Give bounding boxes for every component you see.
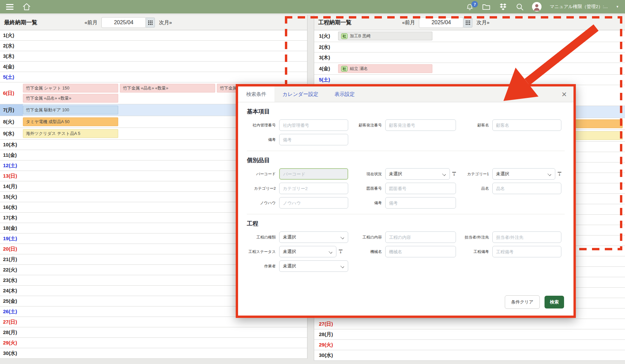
- process-note-input[interactable]: [492, 246, 561, 257]
- month-input[interactable]: 2025/04: [419, 17, 463, 28]
- dropbox-icon[interactable]: [499, 2, 507, 11]
- event-chip[interactable]: 竹下金属 «品名» «数量»: [23, 94, 118, 103]
- event-chip[interactable]: タミヤ電機 成型品A 50: [23, 117, 118, 126]
- field-label: 社内管理番号: [247, 123, 276, 128]
- event-chip[interactable]: 海外ツクリダス テスト品A 5: [23, 129, 118, 138]
- process-status-select[interactable]: 未選択: [279, 246, 336, 257]
- calendar-day-row[interactable]: 2(水): [314, 42, 625, 52]
- event-chip[interactable]: 社加工B 黒崎: [338, 32, 432, 40]
- event-chip[interactable]: 竹下金属 シャフト 150: [23, 84, 118, 93]
- calendar-grid-icon[interactable]: [146, 17, 155, 28]
- event-chip-label: タミヤ電機 成型品A 50: [26, 119, 69, 125]
- internal-no-input[interactable]: [279, 119, 348, 131]
- bell-icon[interactable]: 7: [466, 3, 474, 11]
- calendar-day-row[interactable]: 2(水): [0, 41, 307, 51]
- process-detail-input[interactable]: [385, 231, 456, 243]
- item-fields-grid: バーコード 現在状況 未選択 ↓ カテゴリー1 未選択 ↓: [247, 168, 565, 209]
- select-value: 未選択: [496, 171, 509, 177]
- select-value: 未選択: [389, 171, 402, 177]
- chevron-down-icon: [340, 236, 344, 239]
- caret-down-icon[interactable]: ▼: [616, 5, 619, 8]
- avatar[interactable]: [532, 2, 541, 11]
- field-label: バーコード: [247, 172, 276, 177]
- field-label: 担当者/外注先: [459, 235, 489, 240]
- tab-search-conditions[interactable]: 検索条件: [238, 86, 274, 102]
- calendar-day-row[interactable]: 28(月): [314, 329, 625, 340]
- item-name-input[interactable]: [492, 183, 561, 194]
- panel-title: 最終納期一覧: [4, 19, 37, 26]
- day-label: 19(土): [0, 233, 23, 244]
- calendar-day-row[interactable]: 3(木): [0, 51, 307, 62]
- calendar-day-row[interactable]: 28(月): [0, 327, 307, 338]
- search-icon[interactable]: [516, 3, 524, 11]
- panel-title: 工程納期一覧: [318, 19, 352, 26]
- app-root: 7: [0, 0, 625, 364]
- calendar-day-row[interactable]: 30(水): [314, 350, 625, 361]
- day-events: [338, 350, 625, 360]
- barcode-input[interactable]: [279, 168, 348, 180]
- pull-down-icon[interactable]: ↓: [558, 172, 561, 176]
- day-label: 4(金): [0, 62, 23, 72]
- calendar-day-row[interactable]: 4(金): [0, 62, 307, 72]
- assignee-input[interactable]: [492, 231, 561, 243]
- event-chip[interactable]: 竹下金属 駆動ギア 100: [23, 106, 118, 114]
- field-label: 顧客発注番号: [352, 123, 382, 128]
- customer-order-no-input[interactable]: [385, 119, 456, 131]
- day-events: [338, 42, 625, 52]
- menu-icon[interactable]: [6, 4, 13, 10]
- category1-select[interactable]: 未選択: [492, 168, 555, 180]
- select-value: 未選択: [283, 263, 296, 269]
- tab-calendar-settings[interactable]: カレンダー設定: [274, 86, 326, 102]
- event-chip[interactable]: 竹下金属 «品名» «数量»: [120, 84, 215, 93]
- calendar-grid-icon[interactable]: [463, 17, 472, 28]
- item-note-input[interactable]: [385, 197, 456, 209]
- day-events: [23, 41, 307, 51]
- chevron-down-icon: [442, 173, 446, 175]
- field-label: 工程ステータス: [247, 249, 276, 254]
- folder-icon[interactable]: [482, 3, 491, 11]
- prev-month-button[interactable]: «前月: [85, 20, 97, 26]
- month-input[interactable]: 2025/04: [101, 17, 146, 28]
- close-icon[interactable]: ×: [555, 86, 573, 102]
- home-icon[interactable]: [22, 2, 31, 11]
- calendar-day-row[interactable]: 1(火)社加工B 黒崎: [314, 30, 625, 42]
- basic-note-input[interactable]: [279, 134, 348, 145]
- machine-name-input[interactable]: [385, 246, 456, 257]
- calendar-day-row[interactable]: 27(日): [0, 317, 307, 327]
- calendar-day-row[interactable]: 4(金)社組立 瀬名: [314, 63, 625, 75]
- calendar-day-row[interactable]: 29(火): [0, 338, 307, 348]
- tab-display-settings[interactable]: 表示設定: [326, 86, 363, 102]
- calendar-day-row[interactable]: 1(火): [0, 30, 307, 41]
- drawing-no-input[interactable]: [385, 183, 456, 194]
- prev-month-button[interactable]: «前月: [402, 20, 415, 26]
- day-events: [23, 72, 307, 82]
- pull-down-icon[interactable]: ↓: [452, 172, 456, 176]
- calendar-day-row[interactable]: 5(土): [314, 75, 625, 85]
- day-label: 2(水): [0, 41, 23, 51]
- current-status-select[interactable]: 未選択: [385, 168, 450, 180]
- chevron-down-icon: [329, 250, 333, 253]
- field-label: 機械名: [352, 249, 382, 254]
- category2-input[interactable]: [279, 183, 348, 194]
- worker-select[interactable]: 未選択: [279, 260, 348, 272]
- customer-name-input[interactable]: [492, 119, 561, 131]
- calendar-day-row[interactable]: 30(水): [0, 348, 307, 359]
- pull-down-icon[interactable]: ↓: [339, 250, 342, 254]
- search-button[interactable]: 検索: [545, 296, 564, 308]
- next-month-button[interactable]: 次月»: [159, 20, 172, 26]
- next-month-button[interactable]: 次月»: [476, 20, 489, 26]
- day-label: 28(月): [0, 327, 23, 337]
- calendar-day-row[interactable]: 3(木): [314, 52, 625, 63]
- day-label: 28(月): [314, 329, 338, 339]
- event-chip[interactable]: 社組立 瀬名: [338, 64, 432, 73]
- day-label: 9(水): [0, 128, 23, 139]
- day-label: 25(金): [0, 296, 23, 306]
- user-name-label[interactable]: マニュアル権限（管理2）:...: [550, 4, 608, 10]
- calendar-day-row[interactable]: 27(日): [314, 319, 625, 329]
- knowhow-input[interactable]: [279, 197, 348, 209]
- clear-conditions-button[interactable]: 条件クリア: [505, 295, 540, 309]
- process-type-select[interactable]: 未選択: [279, 231, 348, 243]
- notification-badge: 7: [471, 1, 478, 7]
- calendar-day-row[interactable]: 5(土): [0, 72, 307, 82]
- calendar-day-row[interactable]: 29(火): [314, 340, 625, 350]
